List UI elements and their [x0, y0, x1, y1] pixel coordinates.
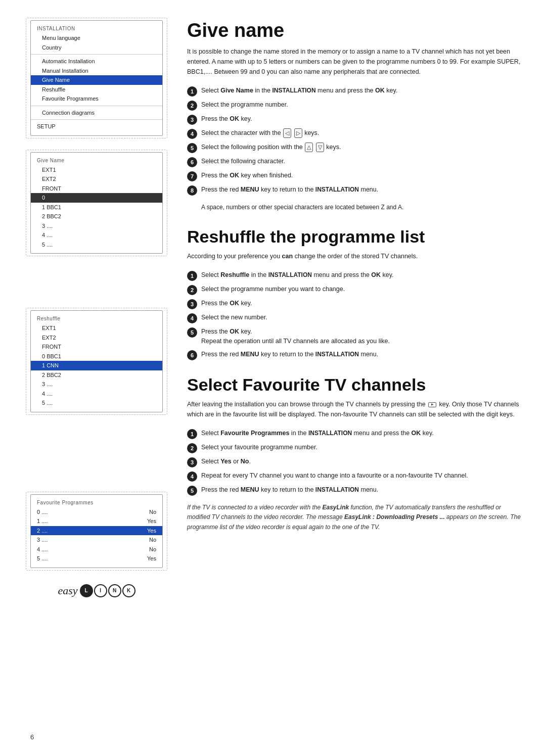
- panel-row-menu-language: Menu language: [31, 33, 162, 43]
- favourite-step-num-4: 4: [187, 471, 197, 482]
- panel-reshuffle-2: 2 BBC2: [31, 370, 162, 380]
- favourite-step-2: 2 Select your favourite programme number…: [187, 443, 521, 453]
- give-name-step-3-text: Press the OK key.: [201, 114, 521, 124]
- give-name-note: A space, numbers or other special charac…: [201, 203, 521, 212]
- panel-fav-row-4: 4 .... No: [31, 545, 162, 554]
- reshuffle-step-5-text: Press the OK key.Repeat the operation un…: [201, 327, 521, 346]
- panel-fav-label-0: 0 ....: [37, 508, 48, 516]
- panel-give-name-5: 5 ....: [31, 240, 162, 250]
- reshuffle-step-num-6: 6: [187, 350, 197, 360]
- give-name-step-5-text: Select the following position with the △…: [201, 143, 521, 152]
- panel-reshuffle-ext2: EXT2: [31, 333, 162, 343]
- easylink-circle-I: I: [94, 584, 107, 597]
- reshuffle-step-num-3: 3: [187, 299, 197, 309]
- panel-reshuffle-4: 4 ....: [31, 389, 162, 399]
- favourite-step-num-2: 2: [187, 443, 197, 453]
- give-name-step-8-text: Press the red MENU key to return to the …: [201, 185, 521, 195]
- favourite-step-num-1: 1: [187, 429, 197, 439]
- panel-give-name-2: 2 BBC2: [31, 212, 162, 221]
- give-name-step-6: 6 Select the following character.: [187, 157, 521, 167]
- give-name-step-1: 1 Select Give Name in the INSTALLATION m…: [187, 86, 521, 97]
- panel-row-country: Country: [31, 43, 162, 53]
- panel-row-give-name: Give Name: [31, 75, 162, 85]
- easylink-circle-L: L: [80, 584, 93, 597]
- panel-fav-value-4: No: [149, 545, 156, 554]
- reshuffle-step-2-text: Select the programme number you want to …: [201, 285, 521, 294]
- panel-fav-value-1: Yes: [147, 517, 156, 526]
- panel-installation-header: INSTALLATION: [31, 25, 162, 33]
- panel-installation: INSTALLATION Menu language Country Autom…: [30, 20, 163, 136]
- give-name-step-5: 5 Select the following position with the…: [187, 143, 521, 153]
- step-num-5: 5: [187, 143, 197, 153]
- panel-fav-label-4: 4 ....: [37, 545, 48, 554]
- panel-fav-row-3: 3 .... No: [31, 535, 162, 545]
- reshuffle-step-num-4: 4: [187, 313, 197, 323]
- give-name-step-7: 7 Press the OK key when finished.: [187, 171, 521, 181]
- favourite-step-5: 5 Press the red MENU key to return to th…: [187, 485, 521, 496]
- step-num-3: 3: [187, 115, 197, 125]
- give-name-intro: It is possible to change the name stored…: [187, 46, 521, 77]
- reshuffle-step-5: 5 Press the OK key.Repeat the operation …: [187, 327, 521, 346]
- panel-reshuffle: Reshuffle EXT1 EXT2 FRONT 0 BBC1 1 CNN 2…: [30, 310, 163, 412]
- panel-give-name-0: 0: [31, 193, 162, 203]
- reshuffle-step-num-1: 1: [187, 271, 197, 281]
- panel-row-reshuffle: Reshuffle: [31, 85, 162, 94]
- panel-give-name-1: 1 BBC1: [31, 203, 162, 212]
- panel-give-name: Give Name EXT1 EXT2 FRONT 0 1 BBC1 2 BBC…: [30, 152, 163, 254]
- page-number: 6: [30, 733, 34, 741]
- favourite-intro: After leaving the installation you can b…: [187, 399, 521, 419]
- give-name-step-6-text: Select the following character.: [201, 157, 521, 166]
- panel-reshuffle-0: 0 BBC1: [31, 352, 162, 361]
- favourite-step-3: 3 Select Yes or No.: [187, 457, 521, 467]
- panel-row-auto-install: Automatic Installation: [31, 57, 162, 66]
- panel-fav-label-1: 1 ....: [37, 517, 48, 526]
- panel-reshuffle-5: 5 ....: [31, 398, 162, 408]
- give-name-step-4: 4 Select the character with the ◁ ▷ keys…: [187, 128, 521, 139]
- panel-reshuffle-1: 1 CNN: [31, 361, 162, 370]
- panel-reshuffle-3: 3 ....: [31, 380, 162, 389]
- easylink-circle-N: N: [108, 584, 121, 597]
- easylink-circle-K: K: [122, 584, 135, 597]
- panel-row-manual-install: Manual Installation: [31, 66, 162, 76]
- favourite-section: Select Favourite TV channels After leavi…: [187, 375, 521, 532]
- panel-row-setup: SETUP: [31, 122, 162, 131]
- favourite-step-4: 4 Repeat for every TV channel you want t…: [187, 471, 521, 482]
- easylink-circles: L I N K: [80, 584, 135, 597]
- panel-fav-label-5: 5 ....: [37, 554, 48, 563]
- reshuffle-step-num-5: 5: [187, 327, 197, 338]
- panel-fav-row-5: 5 .... Yes: [31, 554, 162, 563]
- reshuffle-title: Reshuffle the programme list: [187, 227, 521, 246]
- panel-fav-label-3: 3 ....: [37, 536, 48, 544]
- reshuffle-step-3-text: Press the OK key.: [201, 299, 521, 308]
- panel-fav-row-2: 2 .... Yes: [31, 526, 162, 536]
- favourite-step-1: 1 Select Favourite Programmes in the INS…: [187, 429, 521, 439]
- reshuffle-step-2: 2 Select the programme number you want t…: [187, 285, 521, 295]
- panel-fav-value-2: Yes: [147, 527, 156, 535]
- step-num-2: 2: [187, 101, 197, 111]
- favourite-title: Select Favourite TV channels: [187, 375, 521, 394]
- panel-reshuffle-front: FRONT: [31, 342, 162, 352]
- panel-give-name-front: FRONT: [31, 184, 162, 194]
- reshuffle-step-num-2: 2: [187, 285, 197, 295]
- panel-give-name-4: 4 ....: [31, 230, 162, 240]
- panel-fav-value-3: No: [149, 536, 156, 544]
- give-name-step-1-text: Select Give Name in the INSTALLATION men…: [201, 86, 521, 96]
- easylink-script-text: easy: [58, 584, 77, 597]
- favourite-step-1-text: Select Favourite Programmes in the INSTA…: [201, 429, 521, 438]
- give-name-step-7-text: Press the OK key when finished.: [201, 171, 521, 180]
- reshuffle-step-1: 1 Select Reshuffle in the INSTALLATION m…: [187, 270, 521, 281]
- give-name-step-3: 3 Press the OK key.: [187, 114, 521, 125]
- panel-row-connection: Connection diagrams: [31, 108, 162, 118]
- reshuffle-steps: 1 Select Reshuffle in the INSTALLATION m…: [187, 270, 521, 360]
- give-name-steps: 1 Select Give Name in the INSTALLATION m…: [187, 86, 521, 196]
- reshuffle-section: Reshuffle the programme list According t…: [187, 227, 521, 360]
- favourite-italic-note: If the TV is connected to a video record…: [187, 503, 521, 532]
- favourite-steps: 1 Select Favourite Programmes in the INS…: [187, 429, 521, 496]
- easylink-logo: easy L I N K: [30, 584, 163, 597]
- reshuffle-step-6: 6 Press the red MENU key to return to th…: [187, 350, 521, 360]
- panel-give-name-ext1: EXT1: [31, 165, 162, 175]
- panel-fav-row-0: 0 .... No: [31, 507, 162, 517]
- reshuffle-step-6-text: Press the red MENU key to return to the …: [201, 350, 521, 359]
- give-name-title: Give name: [187, 20, 521, 41]
- panel-reshuffle-header: Reshuffle: [31, 315, 162, 323]
